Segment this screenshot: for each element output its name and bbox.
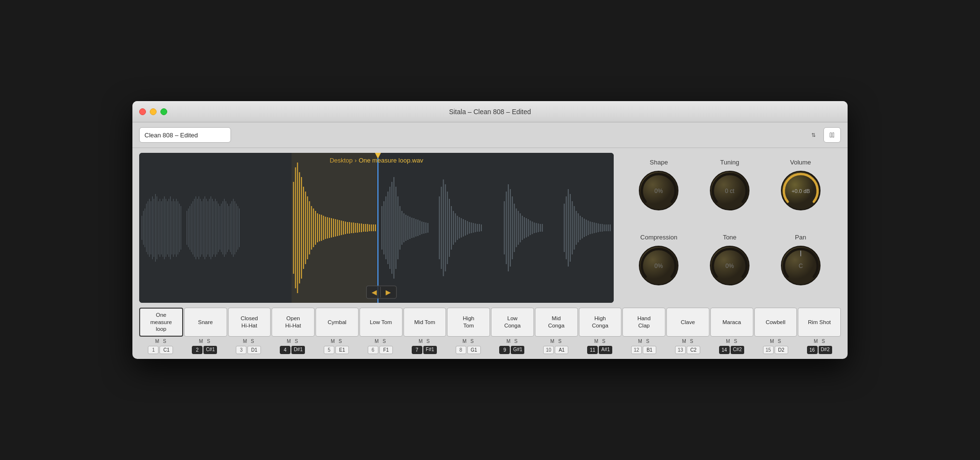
solo-9[interactable]: S	[513, 339, 519, 344]
solo-11[interactable]: S	[601, 339, 606, 344]
solo-5[interactable]: S	[338, 339, 343, 344]
mute-16[interactable]: M	[813, 339, 819, 344]
pad-4[interactable]: OpenHi-Hat	[272, 308, 315, 337]
note-num-9[interactable]: 9	[499, 346, 510, 354]
maximize-button[interactable]	[160, 108, 167, 115]
note-name-9[interactable]: G#1	[511, 346, 524, 354]
note-name-16[interactable]: D#2	[819, 346, 832, 354]
solo-4[interactable]: S	[294, 339, 299, 344]
pad-14[interactable]: Maraca	[710, 308, 753, 337]
pad-13[interactable]: Clave	[666, 308, 709, 337]
pad-15[interactable]: Cowbell	[754, 308, 797, 337]
pad-5[interactable]: Cymbal	[316, 308, 359, 337]
note-num-13[interactable]: 13	[675, 346, 686, 354]
note-name-12[interactable]: B1	[643, 346, 656, 354]
note-name-7[interactable]: F#1	[423, 346, 437, 354]
note-num-12[interactable]: 12	[631, 346, 642, 354]
mute-5[interactable]: M	[330, 339, 335, 344]
mute-7[interactable]: M	[418, 339, 423, 344]
note-name-11[interactable]: A#1	[599, 346, 612, 354]
shape-knob[interactable]: 0%	[637, 169, 680, 212]
solo-16[interactable]: S	[821, 339, 826, 344]
note-name-8[interactable]: G1	[467, 346, 481, 354]
note-num-11[interactable]: 11	[587, 346, 598, 354]
note-num-16[interactable]: 16	[807, 346, 818, 354]
mute-11[interactable]: M	[593, 339, 599, 344]
note-num-4[interactable]: 4	[280, 346, 290, 354]
tone-knob[interactable]: 0%	[708, 244, 751, 287]
mute-6[interactable]: M	[374, 339, 379, 344]
note-num-5[interactable]: 5	[324, 346, 334, 354]
svg-rect-39	[202, 201, 202, 254]
note-num-7[interactable]: 7	[412, 346, 422, 354]
solo-8[interactable]: S	[469, 339, 475, 344]
solo-10[interactable]: S	[557, 339, 562, 344]
pad-1[interactable]: Onemeasureloop	[139, 308, 183, 337]
note-name-1[interactable]: C1	[159, 346, 173, 354]
note-num-6[interactable]: 6	[368, 346, 378, 354]
solo-2[interactable]: S	[206, 339, 211, 344]
note-name-15[interactable]: D2	[775, 346, 788, 354]
mute-9[interactable]: M	[505, 339, 511, 344]
note-name-5[interactable]: E1	[335, 346, 349, 354]
note-num-14[interactable]: 14	[719, 346, 730, 354]
svg-rect-172	[538, 223, 539, 232]
mute-8[interactable]: M	[461, 339, 467, 344]
mute-4[interactable]: M	[286, 339, 292, 344]
mute-3[interactable]: M	[242, 339, 248, 344]
pad-3[interactable]: ClosedHi-Hat	[228, 308, 271, 337]
mute-2[interactable]: M	[198, 339, 204, 344]
solo-13[interactable]: S	[689, 339, 694, 344]
pad-16-name: Rim Shot	[808, 319, 831, 326]
solo-12[interactable]: S	[645, 339, 650, 344]
note-name-6[interactable]: F1	[379, 346, 393, 354]
menu-button[interactable]: ⋮⃞	[823, 127, 841, 143]
note-name-2[interactable]: C#1	[203, 346, 217, 354]
note-num-15[interactable]: 15	[763, 346, 774, 354]
tuning-knob[interactable]: 0 ct	[708, 169, 751, 212]
solo-6[interactable]: S	[382, 339, 387, 344]
note-num-8[interactable]: 8	[456, 346, 466, 354]
solo-3[interactable]: S	[250, 339, 255, 344]
solo-7[interactable]: S	[426, 339, 431, 344]
note-num-10[interactable]: 10	[543, 346, 554, 354]
pad-2[interactable]: Snare	[184, 308, 227, 337]
pad-9[interactable]: LowConga	[491, 308, 534, 337]
pad-8[interactable]: HighTom	[447, 308, 490, 337]
pad-16[interactable]: Rim Shot	[798, 308, 841, 337]
preset-input[interactable]	[139, 127, 231, 143]
svg-rect-66	[295, 167, 296, 288]
note-num-2[interactable]: 2	[192, 346, 202, 354]
note-name-10[interactable]: A1	[555, 346, 568, 354]
mute-10[interactable]: M	[549, 339, 555, 344]
volume-knob[interactable]: +0.0 dB	[779, 169, 822, 212]
pad-10[interactable]: MidConga	[535, 308, 578, 337]
minimize-button[interactable]	[150, 108, 157, 115]
note-num-3[interactable]: 3	[236, 346, 246, 354]
svg-rect-136	[445, 184, 446, 271]
note-name-14[interactable]: C#2	[731, 346, 744, 354]
mute-15[interactable]: M	[769, 339, 775, 344]
note-name-3[interactable]: D1	[247, 346, 261, 354]
pad-7[interactable]: Mid Tom	[404, 308, 447, 337]
pan-knob[interactable]: C	[779, 244, 822, 287]
pad-6[interactable]: Low Tom	[360, 308, 403, 337]
mute-12[interactable]: M	[637, 339, 643, 344]
compression-knob[interactable]: 0%	[637, 244, 680, 287]
ms-group-7: M S	[403, 338, 446, 345]
pad-12[interactable]: HandClap	[622, 308, 665, 337]
note-num-1[interactable]: 1	[148, 346, 159, 354]
note-name-4[interactable]: D#1	[291, 346, 305, 354]
mute-13[interactable]: M	[681, 339, 687, 344]
waveform-display[interactable]: Desktop › One measure loop.wav	[139, 153, 614, 303]
pad-11[interactable]: HighConga	[579, 308, 622, 337]
mute-1[interactable]: M	[154, 339, 160, 344]
solo-14[interactable]: S	[733, 339, 738, 344]
mute-14[interactable]: M	[725, 339, 731, 344]
solo-1[interactable]: S	[162, 339, 167, 344]
note-name-13[interactable]: C2	[687, 346, 700, 354]
svg-rect-142	[457, 216, 458, 240]
close-button[interactable]	[139, 108, 146, 115]
solo-15[interactable]: S	[777, 339, 782, 344]
svg-rect-16	[163, 199, 163, 257]
